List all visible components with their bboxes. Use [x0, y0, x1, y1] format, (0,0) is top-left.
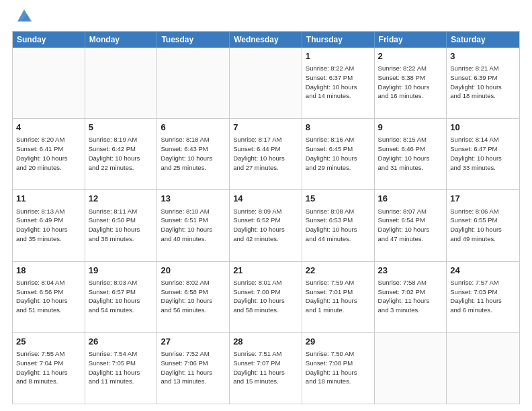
- calendar-cell: 22Sunrise: 7:59 AM Sunset: 7:01 PM Dayli…: [302, 262, 375, 332]
- day-info: Sunrise: 8:22 AM Sunset: 6:38 PM Dayligh…: [378, 64, 443, 101]
- header-day-sunday: Sunday: [13, 32, 85, 48]
- calendar-body: 1Sunrise: 8:22 AM Sunset: 6:37 PM Daylig…: [13, 48, 519, 404]
- calendar-cell: 17Sunrise: 8:06 AM Sunset: 6:55 PM Dayli…: [447, 190, 519, 261]
- day-info: Sunrise: 8:07 AM Sunset: 6:54 PM Dayligh…: [378, 207, 443, 244]
- day-number: 26: [89, 336, 154, 348]
- day-number: 24: [450, 265, 516, 277]
- calendar-week-5: 25Sunrise: 7:55 AM Sunset: 7:04 PM Dayli…: [13, 332, 519, 404]
- calendar-cell: [13, 48, 85, 118]
- logo-icon: [15, 7, 34, 26]
- day-number: 23: [378, 265, 443, 277]
- calendar-cell: 8Sunrise: 8:16 AM Sunset: 6:45 PM Daylig…: [302, 119, 375, 189]
- calendar-cell: [230, 48, 302, 118]
- day-info: Sunrise: 8:04 AM Sunset: 6:56 PM Dayligh…: [16, 278, 81, 315]
- day-number: 18: [16, 265, 81, 277]
- calendar-week-3: 11Sunrise: 8:13 AM Sunset: 6:49 PM Dayli…: [13, 189, 519, 261]
- day-info: Sunrise: 7:52 AM Sunset: 7:06 PM Dayligh…: [161, 349, 226, 386]
- day-number: 13: [161, 193, 226, 205]
- day-number: 16: [378, 193, 443, 205]
- day-number: 11: [16, 193, 81, 205]
- calendar-cell: 11Sunrise: 8:13 AM Sunset: 6:49 PM Dayli…: [13, 190, 85, 261]
- calendar-week-2: 4Sunrise: 8:20 AM Sunset: 6:41 PM Daylig…: [13, 118, 519, 189]
- day-number: 27: [161, 336, 226, 348]
- day-number: 6: [161, 122, 226, 134]
- calendar-cell: 23Sunrise: 7:58 AM Sunset: 7:02 PM Dayli…: [375, 262, 447, 332]
- calendar-cell: 19Sunrise: 8:03 AM Sunset: 6:57 PM Dayli…: [85, 262, 158, 332]
- day-info: Sunrise: 8:16 AM Sunset: 6:45 PM Dayligh…: [306, 135, 371, 172]
- header-day-thursday: Thursday: [302, 32, 375, 48]
- day-info: Sunrise: 8:10 AM Sunset: 6:51 PM Dayligh…: [161, 207, 226, 244]
- day-number: 15: [306, 193, 371, 205]
- day-number: 8: [306, 122, 371, 134]
- day-number: 21: [233, 265, 298, 277]
- calendar-cell: 3Sunrise: 8:21 AM Sunset: 6:39 PM Daylig…: [447, 48, 519, 118]
- day-number: 17: [450, 193, 516, 205]
- day-info: Sunrise: 8:21 AM Sunset: 6:39 PM Dayligh…: [450, 64, 516, 101]
- calendar-cell: 27Sunrise: 7:52 AM Sunset: 7:06 PM Dayli…: [157, 333, 230, 404]
- day-info: Sunrise: 8:01 AM Sunset: 7:00 PM Dayligh…: [233, 278, 298, 315]
- day-info: Sunrise: 7:54 AM Sunset: 7:05 PM Dayligh…: [89, 349, 154, 386]
- calendar-week-1: 1Sunrise: 8:22 AM Sunset: 6:37 PM Daylig…: [13, 48, 519, 118]
- day-info: Sunrise: 8:02 AM Sunset: 6:58 PM Dayligh…: [161, 278, 226, 315]
- day-info: Sunrise: 7:59 AM Sunset: 7:01 PM Dayligh…: [306, 278, 371, 315]
- day-info: Sunrise: 8:06 AM Sunset: 6:55 PM Dayligh…: [450, 207, 516, 244]
- day-number: 29: [306, 336, 371, 348]
- day-info: Sunrise: 7:58 AM Sunset: 7:02 PM Dayligh…: [378, 278, 443, 315]
- day-number: 7: [233, 122, 298, 134]
- day-info: Sunrise: 8:08 AM Sunset: 6:53 PM Dayligh…: [306, 207, 371, 244]
- calendar-cell: 2Sunrise: 8:22 AM Sunset: 6:38 PM Daylig…: [375, 48, 447, 118]
- day-number: 20: [161, 265, 226, 277]
- calendar-cell: 24Sunrise: 7:57 AM Sunset: 7:03 PM Dayli…: [447, 262, 519, 332]
- calendar: SundayMondayTuesdayWednesdayThursdayFrid…: [12, 31, 520, 404]
- calendar-cell: 16Sunrise: 8:07 AM Sunset: 6:54 PM Dayli…: [375, 190, 447, 261]
- calendar-cell: 14Sunrise: 8:09 AM Sunset: 6:52 PM Dayli…: [230, 190, 302, 261]
- day-info: Sunrise: 8:17 AM Sunset: 6:44 PM Dayligh…: [233, 135, 298, 172]
- calendar-cell: 25Sunrise: 7:55 AM Sunset: 7:04 PM Dayli…: [13, 333, 85, 404]
- calendar-header: SundayMondayTuesdayWednesdayThursdayFrid…: [13, 32, 519, 48]
- day-info: Sunrise: 8:11 AM Sunset: 6:50 PM Dayligh…: [89, 207, 154, 244]
- calendar-cell: 15Sunrise: 8:08 AM Sunset: 6:53 PM Dayli…: [302, 190, 375, 261]
- calendar-week-4: 18Sunrise: 8:04 AM Sunset: 6:56 PM Dayli…: [13, 261, 519, 332]
- calendar-cell: [157, 48, 230, 118]
- day-number: 3: [450, 50, 516, 62]
- calendar-cell: 9Sunrise: 8:15 AM Sunset: 6:46 PM Daylig…: [375, 119, 447, 189]
- day-number: 2: [378, 50, 443, 62]
- day-info: Sunrise: 8:14 AM Sunset: 6:47 PM Dayligh…: [450, 135, 516, 172]
- header-day-tuesday: Tuesday: [157, 32, 230, 48]
- calendar-cell: 21Sunrise: 8:01 AM Sunset: 7:00 PM Dayli…: [230, 262, 302, 332]
- day-number: 19: [89, 265, 154, 277]
- day-info: Sunrise: 8:22 AM Sunset: 6:37 PM Dayligh…: [306, 64, 371, 101]
- day-number: 9: [378, 122, 443, 134]
- calendar-cell: [85, 48, 158, 118]
- header-day-saturday: Saturday: [447, 32, 519, 48]
- day-number: 1: [306, 50, 371, 62]
- calendar-cell: 20Sunrise: 8:02 AM Sunset: 6:58 PM Dayli…: [157, 262, 230, 332]
- calendar-cell: 1Sunrise: 8:22 AM Sunset: 6:37 PM Daylig…: [302, 48, 375, 118]
- calendar-cell: 6Sunrise: 8:18 AM Sunset: 6:43 PM Daylig…: [157, 119, 230, 189]
- header-day-monday: Monday: [85, 32, 158, 48]
- header-day-friday: Friday: [375, 32, 447, 48]
- calendar-cell: 10Sunrise: 8:14 AM Sunset: 6:47 PM Dayli…: [447, 119, 519, 189]
- day-info: Sunrise: 8:15 AM Sunset: 6:46 PM Dayligh…: [378, 135, 443, 172]
- calendar-cell: 26Sunrise: 7:54 AM Sunset: 7:05 PM Dayli…: [85, 333, 158, 404]
- logo: [12, 12, 34, 26]
- day-number: 4: [16, 122, 81, 134]
- day-number: 14: [233, 193, 298, 205]
- day-info: Sunrise: 8:13 AM Sunset: 6:49 PM Dayligh…: [16, 207, 81, 244]
- day-info: Sunrise: 8:20 AM Sunset: 6:41 PM Dayligh…: [16, 135, 81, 172]
- calendar-cell: [447, 333, 519, 404]
- calendar-cell: 13Sunrise: 8:10 AM Sunset: 6:51 PM Dayli…: [157, 190, 230, 261]
- day-info: Sunrise: 8:03 AM Sunset: 6:57 PM Dayligh…: [89, 278, 154, 315]
- day-info: Sunrise: 7:50 AM Sunset: 7:08 PM Dayligh…: [306, 349, 371, 386]
- calendar-cell: 18Sunrise: 8:04 AM Sunset: 6:56 PM Dayli…: [13, 262, 85, 332]
- calendar-cell: 4Sunrise: 8:20 AM Sunset: 6:41 PM Daylig…: [13, 119, 85, 189]
- day-number: 12: [89, 193, 154, 205]
- day-number: 25: [16, 336, 81, 348]
- day-info: Sunrise: 7:55 AM Sunset: 7:04 PM Dayligh…: [16, 349, 81, 386]
- day-info: Sunrise: 8:18 AM Sunset: 6:43 PM Dayligh…: [161, 135, 226, 172]
- calendar-cell: 28Sunrise: 7:51 AM Sunset: 7:07 PM Dayli…: [230, 333, 302, 404]
- day-info: Sunrise: 7:57 AM Sunset: 7:03 PM Dayligh…: [450, 278, 516, 315]
- day-info: Sunrise: 7:51 AM Sunset: 7:07 PM Dayligh…: [233, 349, 298, 386]
- day-number: 5: [89, 122, 154, 134]
- day-number: 22: [306, 265, 371, 277]
